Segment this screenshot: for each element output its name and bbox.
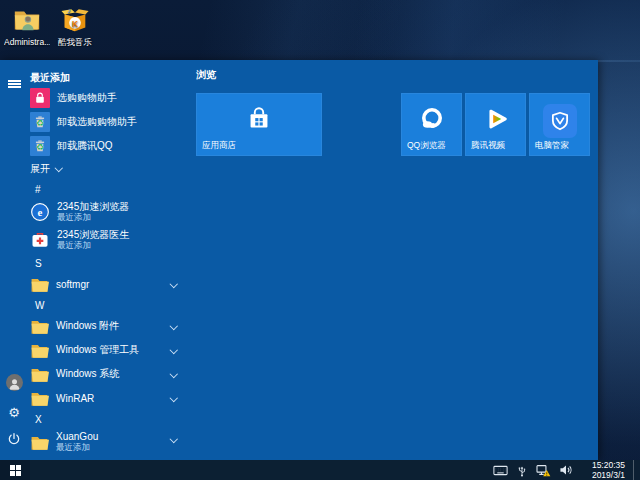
- folder-item-label: WinRAR: [56, 393, 94, 404]
- start-menu: ⚙ 最近添加 选购购物助手: [0, 60, 598, 460]
- start-tiles-area: 浏览 应用商店: [196, 68, 590, 156]
- app-item-shopping-assistant[interactable]: 选购购物助手: [30, 86, 188, 110]
- recently-added-badge: 最近添加: [57, 241, 129, 251]
- user-account-icon[interactable]: [0, 370, 28, 394]
- clock-date: 2019/3/1: [592, 470, 625, 480]
- section-letter-s[interactable]: S: [30, 254, 188, 272]
- kuwo-music-icon: K ♪: [52, 4, 98, 36]
- desktop-screen: Administra... K ♪ 酷我音乐: [0, 0, 640, 480]
- recently-added-header: 最近添加: [30, 70, 188, 86]
- svg-text:e: e: [38, 206, 43, 218]
- section-letter-label: #: [35, 184, 41, 195]
- tile-app-store[interactable]: 应用商店: [196, 93, 322, 156]
- power-icon[interactable]: [0, 427, 28, 451]
- folder-item-label: Windows 附件: [56, 319, 119, 333]
- section-letter-label: X: [35, 414, 42, 425]
- qq-browser-icon: [416, 103, 448, 139]
- app-item-uninstall-shopping-assistant[interactable]: ♻ 卸载选购购物助手: [30, 110, 188, 134]
- tile-qq-browser[interactable]: QQ浏览器: [401, 93, 462, 156]
- user-folder-icon: [4, 4, 50, 36]
- chevron-down-icon: [169, 346, 177, 354]
- tile-tencent-video[interactable]: 腾讯视频: [465, 93, 526, 156]
- avatar: [6, 374, 23, 391]
- recently-added-badge: 最近添加: [57, 213, 129, 223]
- section-letter-w[interactable]: W: [30, 296, 188, 314]
- tile-label: 腾讯视频: [471, 140, 505, 152]
- first-aid-kit-icon: [30, 230, 50, 250]
- folder-item-windows-system[interactable]: Windows 系统: [30, 362, 188, 386]
- show-desktop-button[interactable]: [633, 460, 637, 480]
- chevron-down-icon: [169, 394, 177, 402]
- desktop-icon-kuwo-music[interactable]: K ♪ 酷我音乐: [52, 4, 98, 47]
- folder-item-winrar[interactable]: WinRAR: [30, 386, 188, 410]
- chevron-down-icon: [169, 370, 177, 378]
- shopping-bag-icon: [30, 88, 50, 108]
- tile-label: 应用商店: [202, 140, 236, 152]
- tile-pc-manager[interactable]: 电脑管家: [529, 93, 590, 156]
- network-warning-icon[interactable]: [536, 460, 551, 480]
- section-letter-hash[interactable]: #: [30, 180, 188, 198]
- folder-icon: [30, 365, 49, 384]
- folder-icon: [30, 275, 49, 294]
- expand-toggle[interactable]: 展开: [30, 158, 188, 180]
- desktop-icon-label: Administra...: [4, 38, 50, 47]
- chevron-down-icon: [169, 322, 177, 330]
- settings-gear-icon[interactable]: ⚙: [0, 400, 28, 424]
- folder-icon: [30, 317, 49, 336]
- folder-icon: [30, 389, 49, 408]
- clock-time: 15:20:35: [592, 460, 625, 470]
- tile-label: QQ浏览器: [407, 140, 446, 152]
- svg-text:♪: ♪: [68, 6, 72, 15]
- recycle-glyph: ♻: [36, 118, 44, 128]
- svg-text:K: K: [72, 19, 78, 29]
- folder-item-label: softmgr: [56, 279, 89, 290]
- desktop-icon-administrator-folder[interactable]: Administra...: [4, 4, 50, 47]
- tencent-video-icon: [481, 104, 511, 138]
- app-item-2345-browser-doctor[interactable]: 2345浏览器医生 最近添加: [30, 226, 188, 254]
- recycle-glyph: ♻: [36, 142, 44, 152]
- app-item-label: 卸载选购购物助手: [57, 115, 137, 129]
- start-app-list: 最近添加 选购购物助手 ♻: [30, 70, 188, 456]
- app-item-label: 选购购物助手: [57, 91, 117, 105]
- folder-item-softmgr[interactable]: softmgr: [30, 272, 188, 296]
- chevron-down-icon: [55, 164, 63, 172]
- folder-icon: [30, 341, 49, 360]
- folder-item-label: Windows 系统: [56, 367, 119, 381]
- volume-icon[interactable]: [559, 460, 573, 480]
- recently-added-badge: 最近添加: [56, 443, 98, 453]
- uninstall-trash-icon: ♻: [30, 136, 50, 156]
- folder-icon: [30, 433, 49, 452]
- app-item-uninstall-qq[interactable]: ♻ 卸载腾讯QQ: [30, 134, 188, 158]
- uninstall-trash-icon: ♻: [30, 112, 50, 132]
- section-letter-x[interactable]: X: [30, 410, 188, 428]
- section-letter-label: S: [35, 258, 42, 269]
- desktop-icon-label: 酷我音乐: [52, 38, 98, 47]
- keyboard-icon[interactable]: [493, 460, 508, 480]
- usb-icon[interactable]: [516, 460, 528, 480]
- app-item-label: 卸载腾讯QQ: [57, 139, 113, 153]
- pc-manager-shield-icon: [543, 104, 577, 138]
- tile-row: 应用商店 QQ浏览器: [196, 93, 590, 156]
- start-button[interactable]: [0, 460, 30, 480]
- folder-item-label: Windows 管理工具: [56, 343, 139, 357]
- folder-item-xuangou[interactable]: XuanGou 最近添加: [30, 428, 188, 456]
- taskbar: 15:20:35 2019/3/1: [0, 460, 640, 480]
- system-tray: 15:20:35 2019/3/1: [493, 460, 640, 480]
- tile-label: 电脑管家: [535, 140, 569, 152]
- folder-item-windows-accessories[interactable]: Windows 附件: [30, 314, 188, 338]
- browser-e-icon: e: [30, 202, 50, 222]
- store-bag-icon: [244, 104, 274, 138]
- chevron-down-icon: [169, 280, 177, 288]
- chevron-down-icon: [169, 435, 177, 443]
- app-item-2345-browser[interactable]: e 2345加速浏览器 最近添加: [30, 198, 188, 226]
- tile-group-header[interactable]: 浏览: [196, 68, 590, 84]
- folder-item-windows-admin-tools[interactable]: Windows 管理工具: [30, 338, 188, 362]
- windows-logo-icon: [10, 465, 21, 476]
- taskbar-clock[interactable]: 15:20:35 2019/3/1: [581, 460, 625, 480]
- start-menu-rail: ⚙: [0, 60, 28, 460]
- expand-label: 展开: [30, 162, 50, 176]
- section-letter-label: W: [35, 300, 44, 311]
- hamburger-menu-icon[interactable]: [0, 72, 28, 96]
